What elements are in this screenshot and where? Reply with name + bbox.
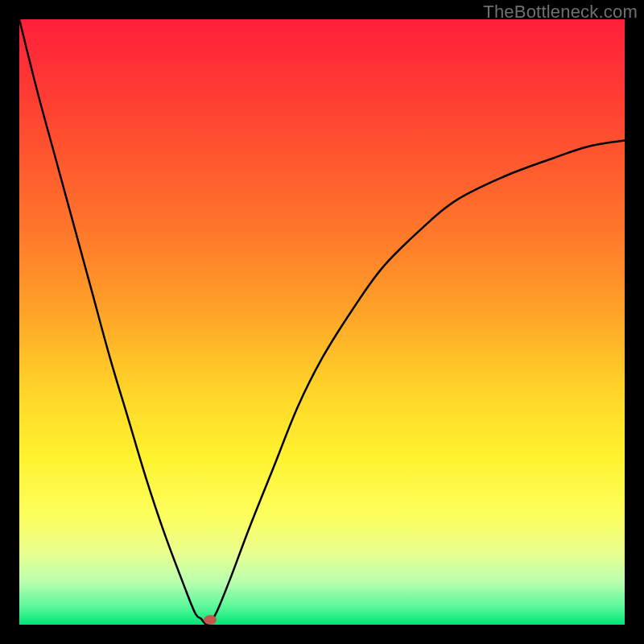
watermark-text: TheBottleneck.com [483, 2, 638, 23]
bottleneck-curve [19, 19, 625, 625]
chart-plot-area [19, 19, 625, 625]
optimal-point-marker [204, 615, 217, 625]
chart-frame: TheBottleneck.com [0, 0, 644, 644]
